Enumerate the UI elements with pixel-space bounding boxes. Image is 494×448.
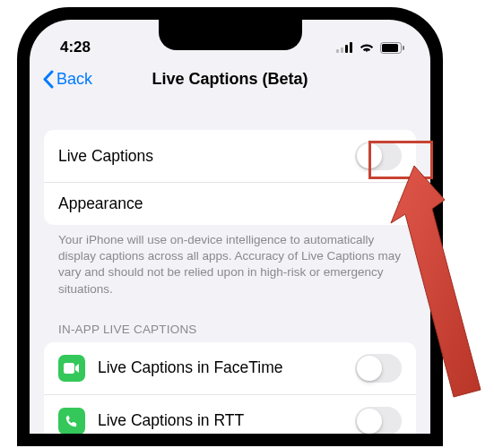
svg-rect-3 [350,42,352,53]
main-footer: Your iPhone will use on-device intellige… [44,225,416,297]
nav-title: Live Captions (Beta) [152,70,308,89]
facetime-label: Live Captions in FaceTime [98,358,355,377]
appearance-row[interactable]: Appearance › [44,182,416,225]
chevron-left-icon [42,70,54,89]
rtt-label: Live Captions in RTT [98,411,355,430]
chevron-right-icon: › [396,194,402,213]
phone-screen: 4:28 [30,20,430,434]
svg-rect-1 [341,47,343,53]
rtt-row[interactable]: Live Captions in RTT [44,394,416,434]
svg-rect-6 [403,46,404,50]
toggle-knob [357,409,382,434]
back-label: Back [56,70,92,89]
live-captions-row[interactable]: Live Captions [44,130,416,182]
wifi-icon [359,42,375,54]
battery-icon [380,42,405,54]
inapp-group: Live Captions in FaceTime Live Captions … [44,342,416,434]
svg-rect-5 [382,44,398,52]
phone-icon [58,408,85,434]
facetime-row[interactable]: Live Captions in FaceTime [44,342,416,394]
inapp-header: IN-APP LIVE CAPTIONS [44,297,416,342]
status-icons [336,42,405,54]
svg-rect-7 [64,363,74,374]
phone-frame: 4:28 [17,7,443,446]
notch [159,20,302,50]
main-group: Live Captions Appearance › [44,130,416,225]
appearance-label: Appearance [58,194,396,213]
live-captions-toggle[interactable] [355,142,402,170]
content: Live Captions Appearance › Your iPhone w… [30,98,430,434]
nav-bar: Back Live Captions (Beta) [30,63,430,98]
rtt-toggle[interactable] [355,407,402,434]
back-button[interactable]: Back [42,70,92,89]
facetime-icon [58,355,85,382]
cellular-icon [336,42,353,53]
toggle-knob [357,356,382,381]
toggle-knob [357,143,382,168]
live-captions-label: Live Captions [58,147,355,166]
svg-rect-2 [345,45,348,53]
svg-rect-0 [336,49,339,53]
facetime-toggle[interactable] [355,354,402,383]
status-time: 4:28 [60,39,91,56]
